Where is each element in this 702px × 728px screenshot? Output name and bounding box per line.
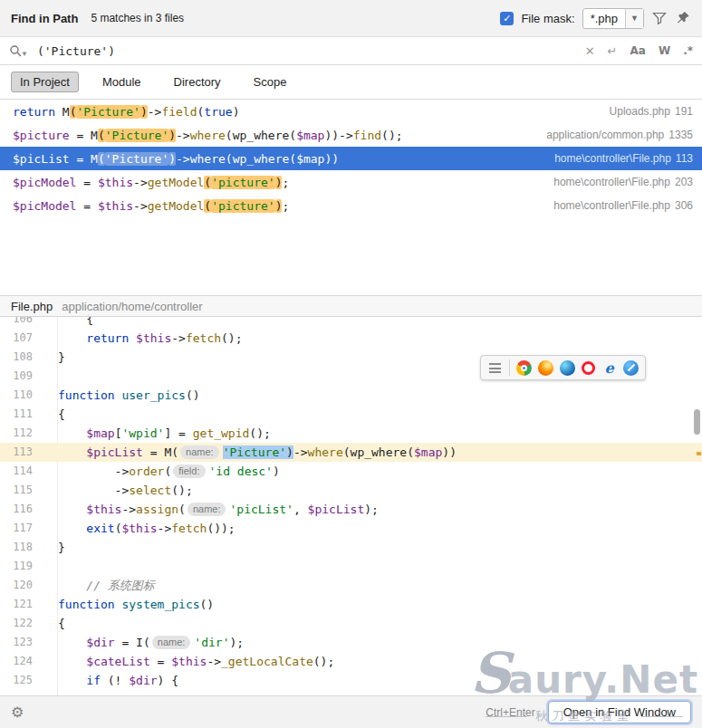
code-line-106[interactable]: 106 { bbox=[0, 317, 702, 329]
line-number[interactable]: 123 bbox=[0, 633, 45, 652]
inlay-hint: name: bbox=[180, 445, 219, 459]
code-line-125[interactable]: 125 if (! $dir) { bbox=[0, 671, 702, 690]
line-number[interactable]: 111 bbox=[0, 405, 45, 424]
code-line-123[interactable]: 123 $dir = I(name:'dir'); bbox=[0, 633, 702, 652]
result-code: $picModel = $this->getModel('picture'); bbox=[13, 176, 289, 189]
result-file: home\controller\File.php bbox=[553, 199, 670, 212]
result-line-number: 113 bbox=[676, 152, 693, 165]
code-line-122[interactable]: 122{ bbox=[0, 614, 702, 633]
line-number[interactable]: 112 bbox=[0, 424, 45, 443]
scope-tabs: In ProjectModuleDirectoryScope bbox=[0, 65, 702, 100]
result-row[interactable]: $picture = M('Picture')->where(wp_where(… bbox=[0, 123, 702, 147]
line-number[interactable]: 125 bbox=[0, 671, 45, 690]
line-number[interactable]: 114 bbox=[0, 462, 45, 481]
search-controls: ✕ ↵ Aa W .* bbox=[585, 44, 693, 58]
newline-icon[interactable]: ↵ bbox=[608, 44, 618, 58]
code-line-110[interactable]: 110function user_pics() bbox=[0, 386, 702, 405]
line-number[interactable]: 115 bbox=[0, 481, 45, 500]
match-case-toggle[interactable]: Aa bbox=[630, 44, 646, 57]
line-code: function system_pics() bbox=[45, 595, 214, 614]
code-line-113[interactable]: 113 $picList = M(name:'Picture')->where(… bbox=[0, 443, 702, 462]
line-code: $dir = I(name:'dir'); bbox=[45, 633, 244, 652]
preview-header: File.php application/home/controller bbox=[0, 295, 702, 317]
line-number[interactable]: 119 bbox=[0, 557, 45, 576]
line-number[interactable]: 113 bbox=[0, 443, 45, 462]
file-mask-checkbox[interactable]: ✓ bbox=[500, 12, 514, 25]
show-in-editor-icon[interactable] bbox=[487, 360, 503, 376]
line-code: $picList = M(name:'Picture')->where(wp_w… bbox=[45, 443, 457, 462]
filter-icon[interactable] bbox=[651, 10, 668, 26]
code-line-115[interactable]: 115 ->select(); bbox=[0, 481, 702, 500]
code-line-107[interactable]: 107 return $this->fetch(); bbox=[0, 329, 702, 348]
scope-tab-in-project[interactable]: In Project bbox=[11, 72, 79, 92]
code-line-117[interactable]: 117 exit($this->fetch()); bbox=[0, 519, 702, 538]
line-number[interactable]: 106 bbox=[0, 317, 45, 329]
result-code: $picList = M('Picture')->where(wp_where(… bbox=[13, 152, 339, 166]
line-code: { bbox=[45, 317, 93, 329]
search-icon[interactable]: ▼ bbox=[9, 44, 28, 58]
line-number[interactable]: 116 bbox=[0, 500, 45, 519]
opera-icon[interactable] bbox=[582, 361, 595, 375]
code-line-114[interactable]: 114 ->order(field:'id desc') bbox=[0, 462, 702, 481]
find-in-path-window: Find in Path 5 matches in 3 files ✓ File… bbox=[0, 0, 702, 728]
result-code: $picture = M('Picture')->where(wp_where(… bbox=[13, 129, 403, 142]
code-line-111[interactable]: 111{ bbox=[0, 405, 702, 424]
result-row[interactable]: $picModel = $this->getModel('picture');h… bbox=[0, 170, 702, 194]
error-stripe-mark[interactable] bbox=[697, 452, 701, 455]
chevron-down-icon[interactable]: ▼ bbox=[625, 9, 643, 28]
line-code: return $this->fetch(); bbox=[45, 329, 243, 348]
editor-scrollbar[interactable] bbox=[694, 409, 700, 435]
line-number[interactable]: 120 bbox=[0, 576, 45, 595]
pin-icon[interactable] bbox=[675, 10, 691, 26]
scope-tab-directory[interactable]: Directory bbox=[165, 72, 230, 92]
scope-tab-module[interactable]: Module bbox=[93, 72, 150, 92]
code-line-124[interactable]: 124 $cateList = $this->_getLocalCate(); bbox=[0, 652, 702, 671]
inlay-hint: field: bbox=[173, 465, 205, 478]
gear-icon[interactable]: ⚙ bbox=[11, 704, 24, 721]
line-number[interactable]: 110 bbox=[0, 386, 45, 405]
line-number[interactable]: 122 bbox=[0, 614, 45, 633]
whole-words-toggle[interactable]: W bbox=[659, 44, 670, 57]
line-code: exit($this->fetch()); bbox=[45, 519, 236, 538]
result-row[interactable]: $picModel = $this->getModel('picture');h… bbox=[0, 194, 702, 217]
close-icon[interactable]: ✕ bbox=[585, 44, 595, 58]
firefox-icon[interactable] bbox=[538, 360, 553, 376]
search-input[interactable]: ('Picture') bbox=[37, 44, 115, 58]
file-mask-label: File mask: bbox=[521, 12, 574, 25]
code-line-120[interactable]: 120 // 系统图标 bbox=[0, 576, 702, 595]
line-number[interactable]: 118 bbox=[0, 538, 45, 557]
open-in-find-window-button[interactable]: Open in Find Window bbox=[548, 701, 691, 723]
code-line-119[interactable]: 119 bbox=[0, 557, 702, 576]
header-controls: ✓ File mask: *.php ▼ bbox=[500, 8, 691, 29]
scope-tab-scope[interactable]: Scope bbox=[245, 72, 296, 92]
line-number[interactable]: 108 bbox=[0, 348, 45, 367]
line-code: ->select(); bbox=[45, 481, 193, 500]
result-row[interactable]: return M('Picture')->field(true)Uploads.… bbox=[0, 100, 702, 123]
regex-toggle[interactable]: .* bbox=[683, 44, 693, 57]
line-number[interactable]: 124 bbox=[0, 652, 45, 671]
code-line-116[interactable]: 116 $this->assign(name:'picList', $picLi… bbox=[0, 500, 702, 519]
line-number[interactable]: 107 bbox=[0, 329, 45, 348]
safari-icon[interactable] bbox=[623, 360, 639, 376]
result-location: home\controller\File.php203 bbox=[535, 176, 693, 188]
edge-icon[interactable] bbox=[560, 360, 575, 376]
inlay-hint: name: bbox=[152, 636, 191, 649]
result-line-number: 203 bbox=[675, 176, 693, 188]
browser-toolbar: e bbox=[480, 355, 646, 380]
file-mask-combo[interactable]: *.php ▼ bbox=[582, 8, 644, 29]
line-number[interactable]: 121 bbox=[0, 595, 45, 614]
code-line-118[interactable]: 118} bbox=[0, 538, 702, 557]
line-code: // 系统图标 bbox=[45, 576, 155, 595]
line-number[interactable]: 109 bbox=[0, 367, 45, 386]
chrome-icon[interactable] bbox=[516, 360, 532, 376]
line-number[interactable]: 117 bbox=[0, 519, 45, 538]
result-code: $picModel = $this->getModel('picture'); bbox=[13, 199, 289, 213]
code-line-121[interactable]: 121function system_pics() bbox=[0, 595, 702, 614]
line-code: function user_pics() bbox=[45, 386, 200, 405]
ie-icon[interactable]: e bbox=[601, 360, 617, 376]
editor[interactable]: 106 {107 return $this->fetch();108}10911… bbox=[0, 317, 702, 695]
line-code bbox=[45, 557, 58, 576]
code-line-112[interactable]: 112 $map['wpid'] = get_wpid(); bbox=[0, 424, 702, 443]
result-row[interactable]: $picList = M('Picture')->where(wp_where(… bbox=[0, 147, 702, 170]
search-history-chevron-icon[interactable]: ▼ bbox=[21, 50, 28, 58]
